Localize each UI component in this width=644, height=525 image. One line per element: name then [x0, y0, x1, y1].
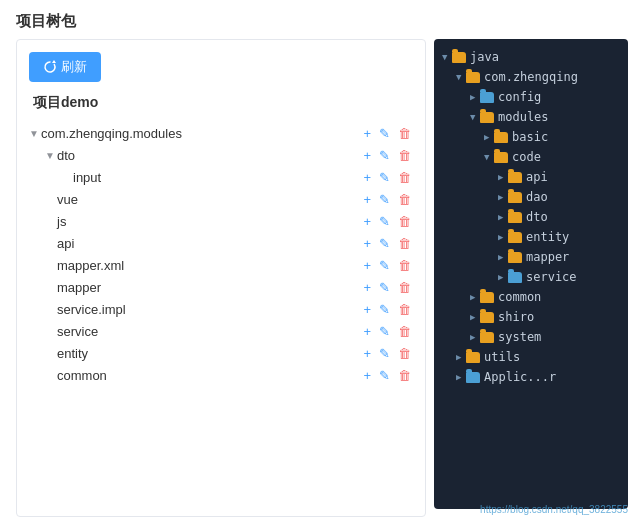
- delete-node-button[interactable]: 🗑: [396, 236, 413, 251]
- edit-node-button[interactable]: ✎: [377, 126, 392, 141]
- delete-node-button[interactable]: 🗑: [396, 192, 413, 207]
- rtree-label: entity: [526, 230, 569, 244]
- delete-node-button[interactable]: 🗑: [396, 302, 413, 317]
- edit-node-button[interactable]: ✎: [377, 280, 392, 295]
- delete-node-button[interactable]: 🗑: [396, 170, 413, 185]
- edit-node-button[interactable]: ✎: [377, 346, 392, 361]
- tree-container: ▼com.zhengqing.modules+✎🗑▼dto+✎🗑input+✎🗑…: [29, 122, 413, 386]
- tree-item-label: js: [57, 214, 355, 229]
- rtree-item: ▶system: [438, 327, 624, 347]
- rtree-item: ▶dto: [438, 207, 624, 227]
- tree-item-label: entity: [57, 346, 355, 361]
- folder-icon: [452, 52, 466, 63]
- folder-icon: [508, 272, 522, 283]
- add-node-button[interactable]: +: [361, 170, 373, 185]
- rtree-item: ▶utils: [438, 347, 624, 367]
- add-node-button[interactable]: +: [361, 214, 373, 229]
- rtree-arrow[interactable]: ▼: [484, 152, 494, 162]
- tree-item-label: vue: [57, 192, 355, 207]
- add-node-button[interactable]: +: [361, 126, 373, 141]
- tree-item: common+✎🗑: [29, 364, 413, 386]
- add-node-button[interactable]: +: [361, 148, 373, 163]
- tree-actions: +✎🗑: [361, 258, 413, 273]
- tree-item-label: common: [57, 368, 355, 383]
- rtree-arrow[interactable]: ▶: [498, 252, 508, 262]
- add-node-button[interactable]: +: [361, 192, 373, 207]
- add-node-button[interactable]: +: [361, 258, 373, 273]
- rtree-label: java: [470, 50, 499, 64]
- edit-node-button[interactable]: ✎: [377, 236, 392, 251]
- edit-node-button[interactable]: ✎: [377, 192, 392, 207]
- tree-item: api+✎🗑: [29, 232, 413, 254]
- rtree-arrow[interactable]: ▼: [470, 112, 480, 122]
- edit-node-button[interactable]: ✎: [377, 302, 392, 317]
- tree-actions: +✎🗑: [361, 214, 413, 229]
- folder-icon: [466, 372, 480, 383]
- tree-item: ▼dto+✎🗑: [29, 144, 413, 166]
- rtree-arrow[interactable]: ▼: [442, 52, 452, 62]
- rtree-arrow[interactable]: ▶: [498, 212, 508, 222]
- edit-node-button[interactable]: ✎: [377, 258, 392, 273]
- edit-node-button[interactable]: ✎: [377, 368, 392, 383]
- delete-node-button[interactable]: 🗑: [396, 280, 413, 295]
- refresh-button[interactable]: 刷新: [29, 52, 101, 82]
- rtree-arrow[interactable]: ▶: [470, 292, 480, 302]
- tree-item: input+✎🗑: [29, 166, 413, 188]
- rtree-label: modules: [498, 110, 549, 124]
- rtree-arrow[interactable]: ▶: [498, 272, 508, 282]
- edit-node-button[interactable]: ✎: [377, 214, 392, 229]
- add-node-button[interactable]: +: [361, 368, 373, 383]
- delete-node-button[interactable]: 🗑: [396, 324, 413, 339]
- delete-node-button[interactable]: 🗑: [396, 346, 413, 361]
- rtree-arrow[interactable]: ▶: [456, 352, 466, 362]
- tree-item: mapper+✎🗑: [29, 276, 413, 298]
- edit-node-button[interactable]: ✎: [377, 148, 392, 163]
- rtree-item: ▶config: [438, 87, 624, 107]
- rtree-arrow[interactable]: ▶: [498, 172, 508, 182]
- add-node-button[interactable]: +: [361, 280, 373, 295]
- rtree-arrow[interactable]: ▶: [498, 192, 508, 202]
- delete-node-button[interactable]: 🗑: [396, 214, 413, 229]
- rtree-label: shiro: [498, 310, 534, 324]
- tree-actions: +✎🗑: [361, 148, 413, 163]
- folder-icon: [508, 252, 522, 263]
- delete-node-button[interactable]: 🗑: [396, 126, 413, 141]
- tree-item-label: mapper.xml: [57, 258, 355, 273]
- add-node-button[interactable]: +: [361, 324, 373, 339]
- add-node-button[interactable]: +: [361, 236, 373, 251]
- folder-icon: [466, 352, 480, 363]
- tree-arrow[interactable]: ▼: [45, 150, 57, 161]
- folder-icon: [480, 312, 494, 323]
- rtree-arrow[interactable]: ▶: [484, 132, 494, 142]
- tree-item: mapper.xml+✎🗑: [29, 254, 413, 276]
- rtree-label: com.zhengqing: [484, 70, 578, 84]
- tree-actions: +✎🗑: [361, 280, 413, 295]
- edit-node-button[interactable]: ✎: [377, 170, 392, 185]
- rtree-arrow[interactable]: ▶: [456, 372, 466, 382]
- add-node-button[interactable]: +: [361, 346, 373, 361]
- rtree-item: ▶common: [438, 287, 624, 307]
- add-node-button[interactable]: +: [361, 302, 373, 317]
- delete-node-button[interactable]: 🗑: [396, 368, 413, 383]
- rtree-arrow[interactable]: ▶: [470, 92, 480, 102]
- folder-icon: [480, 292, 494, 303]
- rtree-label: dao: [526, 190, 548, 204]
- rtree-label: basic: [512, 130, 548, 144]
- rtree-arrow[interactable]: ▼: [456, 72, 466, 82]
- delete-node-button[interactable]: 🗑: [396, 258, 413, 273]
- tree-arrow[interactable]: ▼: [29, 128, 41, 139]
- svg-marker-0: [52, 60, 56, 63]
- delete-node-button[interactable]: 🗑: [396, 148, 413, 163]
- tree-item: service+✎🗑: [29, 320, 413, 342]
- rtree-item: ▶dao: [438, 187, 624, 207]
- rtree-arrow[interactable]: ▶: [470, 312, 480, 322]
- tree-actions: +✎🗑: [361, 368, 413, 383]
- edit-node-button[interactable]: ✎: [377, 324, 392, 339]
- rtree-arrow[interactable]: ▶: [470, 332, 480, 342]
- rtree-arrow[interactable]: ▶: [498, 232, 508, 242]
- tree-item: entity+✎🗑: [29, 342, 413, 364]
- tree-item-label: input: [73, 170, 355, 185]
- rtree-label: dto: [526, 210, 548, 224]
- tree-actions: +✎🗑: [361, 192, 413, 207]
- rtree-label: utils: [484, 350, 520, 364]
